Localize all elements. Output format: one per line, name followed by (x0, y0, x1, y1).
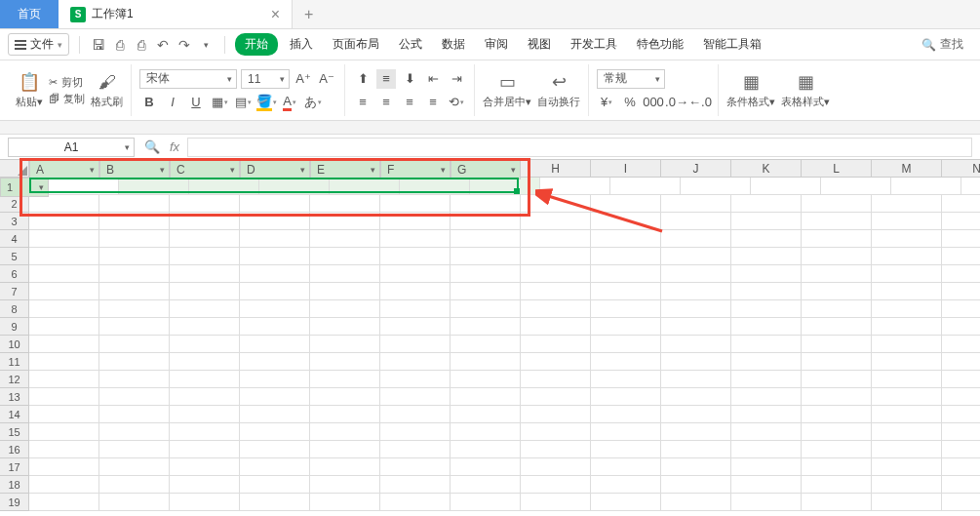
comma-button[interactable]: 000 (644, 93, 663, 112)
row-header[interactable]: 18 (0, 476, 29, 494)
cell[interactable] (170, 406, 240, 423)
cell[interactable] (170, 318, 240, 336)
cell[interactable] (521, 230, 591, 248)
cell[interactable] (521, 476, 591, 494)
increase-indent-button[interactable]: ⇥ (447, 69, 466, 89)
cell[interactable] (240, 388, 310, 406)
row-header[interactable]: 1 (0, 178, 49, 197)
cell[interactable] (872, 406, 942, 423)
cell[interactable] (961, 178, 980, 195)
cell[interactable] (170, 195, 240, 213)
cell[interactable] (29, 213, 99, 230)
print-icon[interactable]: ⎙ (111, 36, 129, 54)
cell[interactable] (731, 476, 802, 494)
cell[interactable] (872, 458, 942, 476)
cell[interactable] (99, 195, 170, 213)
document-tab[interactable]: S 工作簿1 × (59, 0, 293, 28)
cell[interactable] (240, 423, 310, 441)
cell[interactable] (99, 458, 170, 476)
column-header-D[interactable]: D (240, 160, 310, 179)
cell[interactable] (591, 441, 661, 458)
cell[interactable] (451, 248, 521, 265)
column-header-J[interactable]: J (661, 160, 731, 178)
align-middle-button[interactable]: ≡ (376, 69, 396, 89)
cell[interactable] (731, 300, 802, 318)
column-header-H[interactable]: H (521, 160, 591, 178)
fx-icon[interactable]: fx (170, 139, 179, 154)
row-header[interactable]: 5 (0, 248, 29, 265)
cell[interactable] (240, 458, 310, 476)
cell[interactable] (872, 248, 942, 265)
cell[interactable] (310, 406, 380, 423)
cell[interactable] (661, 195, 731, 213)
cell[interactable] (591, 458, 661, 476)
cell[interactable] (942, 213, 980, 230)
cell[interactable] (802, 300, 872, 318)
cell[interactable] (661, 423, 731, 441)
cell[interactable] (170, 388, 240, 406)
name-box[interactable]: A1 (8, 138, 135, 157)
cell[interactable] (591, 248, 661, 265)
cell[interactable] (521, 406, 591, 423)
column-header-M[interactable]: M (872, 160, 942, 178)
cell[interactable] (731, 494, 802, 511)
cell[interactable] (872, 283, 942, 300)
cell[interactable] (802, 441, 872, 458)
cell[interactable] (170, 213, 240, 230)
cell[interactable] (99, 494, 170, 511)
cell[interactable] (99, 406, 170, 423)
search-button[interactable]: 🔍 查找 (913, 33, 972, 56)
cell[interactable] (731, 265, 802, 283)
cell[interactable] (380, 423, 451, 441)
cell[interactable] (731, 283, 802, 300)
cell[interactable] (802, 476, 872, 494)
cell[interactable] (29, 371, 99, 388)
paste-button[interactable]: 📋 粘贴▾ (16, 71, 43, 109)
cell[interactable] (310, 283, 380, 300)
cell[interactable] (99, 371, 170, 388)
cell[interactable] (29, 458, 99, 476)
cell[interactable] (731, 406, 802, 423)
cell[interactable] (99, 476, 170, 494)
cell[interactable] (240, 213, 310, 230)
cell[interactable] (310, 248, 380, 265)
cell[interactable] (451, 195, 521, 213)
cell[interactable] (591, 300, 661, 318)
cell[interactable] (942, 441, 980, 458)
cell[interactable] (661, 230, 731, 248)
cell[interactable] (521, 248, 591, 265)
cell[interactable] (591, 406, 661, 423)
wrap-text-button[interactable]: ↩ 自动换行 (537, 71, 580, 109)
cell[interactable] (521, 458, 591, 476)
cell[interactable] (872, 494, 942, 511)
cell[interactable] (942, 248, 980, 265)
column-header-L[interactable]: L (802, 160, 872, 178)
column-header-C[interactable]: C (170, 160, 240, 179)
cell[interactable] (310, 441, 380, 458)
save-icon[interactable]: 🖫 (90, 36, 107, 54)
font-name-select[interactable]: 宋体 (139, 69, 237, 89)
cell[interactable] (681, 178, 751, 195)
cell[interactable] (540, 178, 610, 195)
cell[interactable] (802, 265, 872, 283)
cell[interactable] (661, 353, 731, 371)
row-header[interactable]: 10 (0, 336, 29, 353)
cell[interactable] (330, 178, 400, 195)
font-color-button[interactable]: A (280, 93, 299, 112)
cell[interactable] (802, 336, 872, 353)
cell[interactable] (731, 353, 802, 371)
cell[interactable] (661, 300, 731, 318)
cell[interactable] (380, 248, 451, 265)
cell[interactable] (521, 494, 591, 511)
cell[interactable] (661, 388, 731, 406)
zoom-icon[interactable]: 🔍 (142, 138, 162, 157)
cell[interactable] (29, 406, 99, 423)
increase-decimal-button[interactable]: .0→ (667, 93, 686, 112)
cell[interactable] (521, 388, 591, 406)
underline-button[interactable]: U (186, 93, 206, 112)
cell[interactable] (170, 423, 240, 441)
cell[interactable] (240, 300, 310, 318)
select-all-corner[interactable] (0, 160, 29, 178)
cell[interactable] (942, 283, 980, 300)
cell[interactable] (872, 318, 942, 336)
